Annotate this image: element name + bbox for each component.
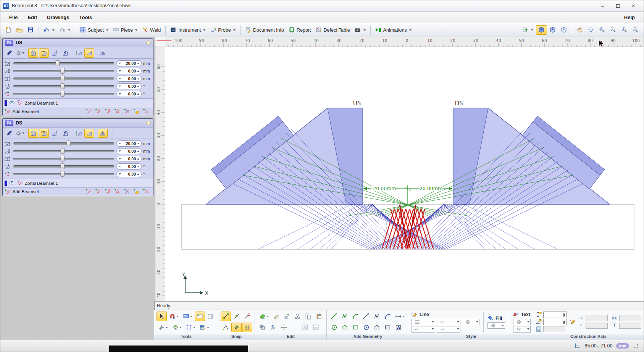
line-color-select[interactable] xyxy=(462,319,479,325)
list-input[interactable] xyxy=(543,326,565,332)
height-slider[interactable] xyxy=(13,155,115,163)
snap-endpoint-toggle[interactable] xyxy=(221,312,231,321)
snap-nearest-toggle[interactable] xyxy=(242,312,252,321)
add-construction-arc[interactable] xyxy=(350,312,361,321)
beamset-preset-7[interactable] xyxy=(143,108,151,115)
pan-arrows-button[interactable] xyxy=(586,26,596,34)
show-beams-toggle[interactable] xyxy=(28,129,38,138)
copy-button[interactable] xyxy=(303,312,313,321)
roll-slider[interactable] xyxy=(13,90,115,98)
beamset-row[interactable]: Zonal Beamset 1 xyxy=(3,179,153,187)
offset-slider[interactable] xyxy=(13,140,115,147)
beamset-preset-4[interactable] xyxy=(114,108,123,115)
show-labels-toggle[interactable]: abc xyxy=(39,129,49,138)
beamset-row[interactable]: Zonal Beamset 1 xyxy=(3,98,153,107)
scale-tool[interactable] xyxy=(282,312,292,321)
height-value-spinner[interactable]: 0.00 xyxy=(116,76,142,82)
line-end-arrow-select[interactable] xyxy=(437,326,460,333)
length-lock-icon[interactable] xyxy=(536,312,542,318)
rotation-value-spinner[interactable]: 0.00 xyxy=(116,163,142,170)
menu-drawings[interactable]: Drawings xyxy=(42,13,74,22)
format-painter-dropdown[interactable] xyxy=(257,312,271,321)
probe-settings-dropdown[interactable] xyxy=(15,129,25,138)
console-toggle[interactable] xyxy=(195,312,205,321)
text-color-select[interactable] xyxy=(513,319,531,325)
menu-help[interactable]: Help xyxy=(619,13,640,22)
show-index-toggle[interactable]: I xyxy=(50,48,60,58)
extra-button[interactable] xyxy=(108,48,118,58)
show-dimensions-toggle[interactable] xyxy=(74,48,84,58)
transform-dropdown[interactable] xyxy=(184,323,197,332)
add-dimension-dropdown[interactable] xyxy=(393,312,407,321)
edit-wedge-button[interactable] xyxy=(60,48,70,58)
table-edit-dropdown[interactable] xyxy=(198,323,211,332)
elevation-slider[interactable] xyxy=(13,147,115,155)
panel-header-ds[interactable]: PA DS xyxy=(3,119,153,128)
redo-button[interactable] xyxy=(57,26,72,34)
subject-button[interactable]: Subject xyxy=(78,26,110,34)
add-circle[interactable] xyxy=(361,323,371,332)
add-construction-polyline[interactable] xyxy=(340,312,350,321)
offset-value-spinner[interactable]: -20.00 xyxy=(116,60,142,66)
add-beamset-label[interactable]: Add Beamset xyxy=(13,109,39,114)
menu-edit[interactable]: Edit xyxy=(23,13,42,22)
instrument-button[interactable]: Instrument xyxy=(168,26,207,34)
export-view-dropdown[interactable] xyxy=(520,26,535,34)
eraser-tool[interactable] xyxy=(271,312,281,321)
add-arc[interactable] xyxy=(383,312,393,321)
options-dropdown[interactable] xyxy=(157,323,170,332)
show-wedge-toggle[interactable] xyxy=(84,129,94,138)
rotate-tool[interactable] xyxy=(268,323,278,332)
add-line[interactable] xyxy=(361,312,371,321)
view-solid-button[interactable] xyxy=(536,25,547,35)
zoom-window-button[interactable] xyxy=(597,26,607,34)
offset-slider[interactable] xyxy=(13,60,115,67)
extra-button[interactable] xyxy=(108,129,118,138)
line-weight-select[interactable] xyxy=(412,319,435,325)
edit-probe-button[interactable] xyxy=(4,48,14,58)
marquee-select-button[interactable] xyxy=(300,323,310,332)
menu-file[interactable]: File xyxy=(4,13,23,22)
weld-button[interactable]: Weld xyxy=(140,26,163,34)
offset-left-input[interactable] xyxy=(586,315,608,321)
roll-value-spinner[interactable]: 0.00 xyxy=(116,171,142,177)
cut-button[interactable] xyxy=(292,312,303,321)
maximize-button[interactable] xyxy=(613,2,623,9)
select-tool[interactable] xyxy=(157,312,167,321)
show-dimensions-toggle[interactable] xyxy=(74,129,84,138)
defect-table-button[interactable]: Defect Table xyxy=(314,26,352,34)
region-select-button[interactable] xyxy=(311,323,321,332)
beamset-preset-1[interactable] xyxy=(86,188,94,195)
angle-lock-input[interactable]: 0 xyxy=(543,319,567,325)
snap-grid-toggle[interactable] xyxy=(242,323,252,332)
show-wedge-toggle[interactable] xyxy=(84,48,94,58)
add-construction-circle[interactable] xyxy=(329,323,339,332)
height-slider[interactable] xyxy=(13,75,115,82)
probe-button[interactable]: Probe xyxy=(208,26,237,34)
beamset-preset-2[interactable] xyxy=(95,108,103,115)
height-value-spinner[interactable]: 0.00 xyxy=(116,156,142,162)
rotation-slider[interactable] xyxy=(13,82,115,90)
roll-value-spinner[interactable]: 0.00 xyxy=(116,91,142,97)
add-polygon[interactable] xyxy=(372,323,382,332)
panel-pin-icon[interactable] xyxy=(146,121,151,125)
show-index-toggle[interactable]: I xyxy=(50,129,60,138)
length-lock-input[interactable]: 0 xyxy=(543,312,567,318)
add-rect[interactable] xyxy=(383,323,393,332)
beamset-preset-6[interactable] xyxy=(133,188,142,195)
units-badge[interactable]: mm xyxy=(616,343,629,349)
line-dash-select[interactable] xyxy=(437,319,460,325)
pan-hand-button[interactable] xyxy=(575,26,585,34)
add-construction-polygon[interactable] xyxy=(340,323,350,332)
offset-up-input[interactable] xyxy=(586,323,608,329)
fill-color-select[interactable] xyxy=(487,322,505,329)
show-labels-toggle[interactable]: abc xyxy=(39,48,49,58)
rotation-value-spinner[interactable]: 0.00 xyxy=(116,83,142,89)
add-construction-rect[interactable] xyxy=(350,323,361,332)
panel-header-us[interactable]: PA US xyxy=(3,39,153,47)
height-input[interactable] xyxy=(619,323,641,329)
menu-tools[interactable]: Tools xyxy=(74,13,97,22)
resize-grip[interactable] xyxy=(634,344,638,348)
beamset-preset-5[interactable] xyxy=(124,188,132,195)
display-dropdown[interactable] xyxy=(181,312,194,321)
